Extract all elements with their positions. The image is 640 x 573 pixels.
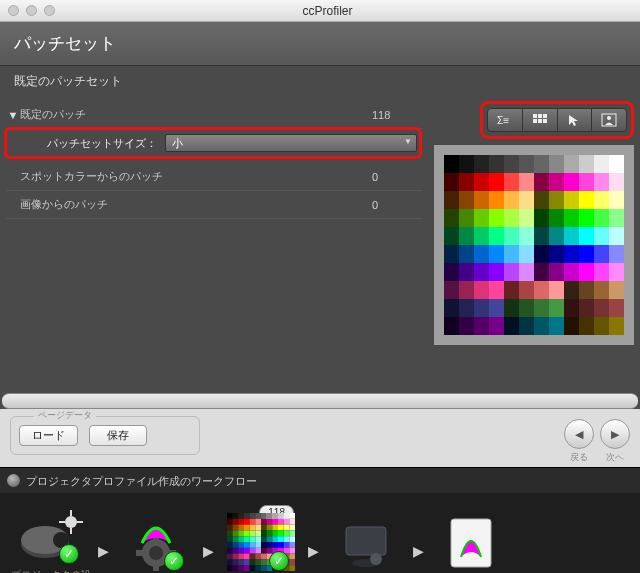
- svg-rect-98: [261, 548, 267, 554]
- svg-rect-38: [261, 519, 267, 525]
- swatch: [594, 209, 609, 227]
- svg-rect-140: [346, 527, 386, 555]
- svg-rect-47: [244, 525, 250, 531]
- svg-rect-17: [153, 565, 159, 571]
- svg-rect-78: [284, 536, 290, 542]
- swatch: [504, 173, 519, 191]
- row-image-patch[interactable]: 画像からのパッチ 0: [6, 191, 422, 219]
- step-measure[interactable]: 測定: [323, 513, 409, 573]
- svg-rect-18: [136, 550, 144, 556]
- swatch: [519, 191, 534, 209]
- patch-preview: [434, 145, 634, 345]
- swatch: [594, 317, 609, 335]
- svg-rect-49: [255, 525, 261, 531]
- svg-rect-28: [272, 513, 278, 519]
- swatch: [504, 245, 519, 263]
- view-list-sigma-button[interactable]: Σ≡: [488, 109, 523, 131]
- next-label: 次へ: [600, 451, 630, 464]
- svg-rect-42: [284, 519, 290, 525]
- swatch: [534, 227, 549, 245]
- svg-rect-118: [238, 559, 244, 565]
- svg-rect-43: [289, 519, 295, 525]
- svg-rect-57: [233, 530, 239, 536]
- svg-rect-91: [289, 542, 295, 548]
- swatch: [519, 281, 534, 299]
- swatch: [594, 263, 609, 281]
- svg-rect-66: [284, 530, 290, 536]
- load-button[interactable]: ロード: [19, 425, 78, 446]
- back-button[interactable]: ◀: [564, 419, 594, 449]
- svg-rect-116: [227, 559, 233, 565]
- svg-rect-80: [227, 542, 233, 548]
- view-person-button[interactable]: [592, 109, 626, 131]
- svg-rect-25: [255, 513, 261, 519]
- next-button[interactable]: ▶: [600, 419, 630, 449]
- svg-rect-128: [227, 565, 233, 571]
- swatch: [459, 155, 474, 173]
- swatch: [564, 227, 579, 245]
- step-profile-settings[interactable]: ✓ プロファイル設定: [113, 513, 199, 573]
- row-spot-color[interactable]: スポットカラーからのパッチ 0: [6, 163, 422, 191]
- split-divider[interactable]: [2, 393, 638, 409]
- swatch: [564, 317, 579, 335]
- svg-rect-121: [255, 559, 261, 565]
- swatch: [474, 281, 489, 299]
- swatch: [609, 191, 624, 209]
- swatch: [459, 263, 474, 281]
- svg-point-9: [607, 116, 611, 120]
- swatch: [474, 227, 489, 245]
- svg-rect-76: [272, 536, 278, 542]
- patchset-size-dropdown[interactable]: 小: [165, 134, 417, 152]
- svg-rect-85: [255, 542, 261, 548]
- swatch: [474, 245, 489, 263]
- svg-rect-1: [533, 114, 537, 118]
- svg-rect-64: [272, 530, 278, 536]
- view-mode-segmented[interactable]: Σ≡: [487, 108, 627, 132]
- view-grid-button[interactable]: [523, 109, 558, 131]
- swatch-grid: [444, 155, 624, 335]
- swatch: [564, 191, 579, 209]
- svg-rect-3: [543, 114, 547, 118]
- swatch: [609, 263, 624, 281]
- swatch: [459, 209, 474, 227]
- swatch: [534, 281, 549, 299]
- svg-rect-51: [267, 525, 273, 531]
- svg-rect-139: [289, 565, 295, 571]
- step-patchset[interactable]: 118 ✓ パッチセット: [218, 513, 304, 573]
- svg-text:Σ≡: Σ≡: [497, 115, 509, 126]
- svg-rect-120: [250, 559, 256, 565]
- swatch: [459, 317, 474, 335]
- svg-rect-21: [233, 513, 239, 519]
- svg-rect-71: [244, 536, 250, 542]
- svg-rect-122: [261, 559, 267, 565]
- svg-rect-127: [289, 559, 295, 565]
- swatch: [609, 245, 624, 263]
- swatch: [504, 227, 519, 245]
- svg-rect-69: [233, 536, 239, 542]
- svg-rect-26: [261, 513, 267, 519]
- step-projector-settings[interactable]: ✓ プロジェクタの設定: [8, 506, 94, 573]
- view-cursor-button[interactable]: [558, 109, 593, 131]
- swatch: [459, 191, 474, 209]
- swatch: [519, 227, 534, 245]
- svg-rect-109: [255, 554, 261, 560]
- patchset-size-highlight: パッチセットサイズ： 小: [4, 127, 422, 159]
- svg-rect-119: [244, 559, 250, 565]
- swatch: [519, 245, 534, 263]
- step-icc-profile[interactable]: ICC プロファイル: [428, 513, 514, 573]
- svg-rect-74: [261, 536, 267, 542]
- swatch: [534, 155, 549, 173]
- swatch: [534, 245, 549, 263]
- swatch: [474, 191, 489, 209]
- svg-rect-5: [538, 119, 542, 123]
- svg-rect-107: [244, 554, 250, 560]
- save-button[interactable]: 保存: [89, 425, 147, 446]
- swatch: [489, 281, 504, 299]
- svg-rect-48: [250, 525, 256, 531]
- disclosure-triangle-icon[interactable]: ▼: [6, 109, 20, 121]
- svg-rect-110: [261, 554, 267, 560]
- swatch: [594, 299, 609, 317]
- svg-rect-108: [250, 554, 256, 560]
- svg-rect-130: [238, 565, 244, 571]
- row-default-patch[interactable]: ▼ 既定のパッチ 118: [6, 101, 422, 129]
